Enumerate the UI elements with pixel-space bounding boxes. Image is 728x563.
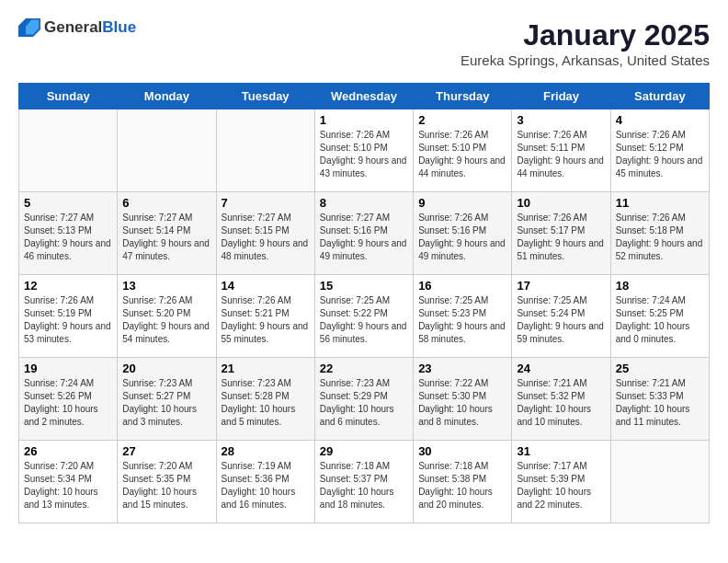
day-number: 21 (222, 362, 310, 375)
day-info: Sunrise: 7:25 AM Sunset: 5:23 PM Dayligh… (418, 294, 506, 346)
day-info: Sunrise: 7:26 AM Sunset: 5:11 PM Dayligh… (517, 129, 605, 180)
day-info: Sunrise: 7:17 AM Sunset: 5:39 PM Dayligh… (517, 460, 605, 511)
day-info: Sunrise: 7:24 AM Sunset: 5:26 PM Dayligh… (24, 377, 112, 429)
day-number: 25 (616, 362, 704, 375)
calendar-cell: 22Sunrise: 7:23 AM Sunset: 5:29 PM Dayli… (314, 358, 413, 441)
day-number: 11 (616, 196, 704, 210)
day-info: Sunrise: 7:27 AM Sunset: 5:13 PM Dayligh… (24, 212, 112, 263)
header-tuesday: Tuesday (216, 84, 314, 109)
calendar-cell: 30Sunrise: 7:18 AM Sunset: 5:38 PM Dayli… (414, 441, 512, 523)
month-title: January 2025 (461, 18, 710, 52)
day-number: 3 (517, 113, 605, 127)
day-number: 5 (24, 196, 112, 210)
day-number: 9 (418, 196, 506, 210)
calendar-cell: 29Sunrise: 7:18 AM Sunset: 5:37 PM Dayli… (314, 441, 413, 523)
calendar-cell: 13Sunrise: 7:26 AM Sunset: 5:20 PM Dayli… (118, 275, 216, 358)
day-number: 31 (517, 444, 605, 458)
day-info: Sunrise: 7:20 AM Sunset: 5:34 PM Dayligh… (24, 460, 112, 511)
day-info: Sunrise: 7:18 AM Sunset: 5:37 PM Dayligh… (320, 460, 408, 511)
calendar-cell: 21Sunrise: 7:23 AM Sunset: 5:28 PM Dayli… (216, 358, 314, 441)
day-info: Sunrise: 7:24 AM Sunset: 5:25 PM Dayligh… (616, 294, 704, 346)
day-info: Sunrise: 7:27 AM Sunset: 5:15 PM Dayligh… (222, 212, 310, 263)
calendar-cell (610, 441, 709, 523)
day-info: Sunrise: 7:26 AM Sunset: 5:19 PM Dayligh… (24, 294, 112, 346)
calendar-cell: 9Sunrise: 7:26 AM Sunset: 5:16 PM Daylig… (414, 192, 512, 275)
day-info: Sunrise: 7:26 AM Sunset: 5:10 PM Dayligh… (320, 129, 408, 180)
calendar-cell: 18Sunrise: 7:24 AM Sunset: 5:25 PM Dayli… (610, 275, 709, 358)
calendar-cell: 20Sunrise: 7:23 AM Sunset: 5:27 PM Dayli… (118, 358, 216, 441)
day-info: Sunrise: 7:26 AM Sunset: 5:12 PM Dayligh… (616, 129, 704, 180)
day-number: 30 (418, 444, 506, 458)
calendar-cell: 28Sunrise: 7:19 AM Sunset: 5:36 PM Dayli… (216, 441, 314, 523)
day-info: Sunrise: 7:21 AM Sunset: 5:33 PM Dayligh… (616, 377, 704, 429)
calendar-cell: 25Sunrise: 7:21 AM Sunset: 5:33 PM Dayli… (610, 358, 709, 441)
day-info: Sunrise: 7:26 AM Sunset: 5:20 PM Dayligh… (122, 294, 210, 346)
header-friday: Friday (512, 84, 610, 109)
day-number: 18 (616, 279, 704, 293)
calendar-cell: 10Sunrise: 7:26 AM Sunset: 5:17 PM Dayli… (512, 192, 610, 275)
day-info: Sunrise: 7:27 AM Sunset: 5:14 PM Dayligh… (122, 212, 210, 263)
day-info: Sunrise: 7:22 AM Sunset: 5:30 PM Dayligh… (418, 377, 506, 429)
header-wednesday: Wednesday (314, 84, 413, 109)
day-info: Sunrise: 7:23 AM Sunset: 5:27 PM Dayligh… (122, 377, 210, 429)
calendar-cell: 23Sunrise: 7:22 AM Sunset: 5:30 PM Dayli… (414, 358, 512, 441)
day-number: 29 (320, 444, 408, 458)
calendar-cell: 14Sunrise: 7:26 AM Sunset: 5:21 PM Dayli… (216, 275, 314, 358)
day-info: Sunrise: 7:26 AM Sunset: 5:16 PM Dayligh… (418, 212, 506, 263)
day-number: 22 (320, 362, 408, 375)
calendar-cell: 15Sunrise: 7:25 AM Sunset: 5:22 PM Dayli… (314, 275, 413, 358)
day-number: 12 (24, 279, 112, 293)
day-number: 24 (517, 362, 605, 375)
calendar-cell: 1Sunrise: 7:26 AM Sunset: 5:10 PM Daylig… (314, 109, 413, 192)
page-header: GeneralBlue January 2025 Eureka Springs,… (18, 18, 710, 68)
logo-general: General (44, 18, 102, 36)
day-number: 4 (616, 113, 704, 127)
day-number: 26 (24, 444, 112, 458)
day-number: 16 (418, 279, 506, 293)
header-thursday: Thursday (414, 84, 512, 109)
day-info: Sunrise: 7:26 AM Sunset: 5:10 PM Dayligh… (418, 129, 506, 180)
logo-blue: Blue (102, 18, 136, 36)
day-info: Sunrise: 7:25 AM Sunset: 5:24 PM Dayligh… (517, 294, 605, 346)
calendar-cell: 3Sunrise: 7:26 AM Sunset: 5:11 PM Daylig… (512, 109, 610, 192)
day-info: Sunrise: 7:20 AM Sunset: 5:35 PM Dayligh… (122, 460, 210, 511)
title-area: January 2025 Eureka Springs, Arkansas, U… (461, 18, 710, 68)
day-number: 6 (122, 196, 210, 210)
day-info: Sunrise: 7:18 AM Sunset: 5:38 PM Dayligh… (418, 460, 506, 511)
day-number: 1 (320, 113, 408, 127)
calendar-cell (19, 109, 118, 192)
header-saturday: Saturday (610, 84, 709, 109)
calendar-table: Sunday Monday Tuesday Wednesday Thursday… (18, 83, 710, 523)
calendar-cell (118, 109, 216, 192)
calendar-cell: 4Sunrise: 7:26 AM Sunset: 5:12 PM Daylig… (610, 109, 709, 192)
day-number: 20 (122, 362, 210, 375)
calendar-cell: 27Sunrise: 7:20 AM Sunset: 5:35 PM Dayli… (118, 441, 216, 523)
day-number: 2 (418, 113, 506, 127)
calendar-cell: 24Sunrise: 7:21 AM Sunset: 5:32 PM Dayli… (512, 358, 610, 441)
calendar-cell: 2Sunrise: 7:26 AM Sunset: 5:10 PM Daylig… (414, 109, 512, 192)
day-number: 10 (517, 196, 605, 210)
day-info: Sunrise: 7:23 AM Sunset: 5:28 PM Dayligh… (222, 377, 310, 429)
day-number: 7 (222, 196, 310, 210)
day-info: Sunrise: 7:21 AM Sunset: 5:32 PM Dayligh… (517, 377, 605, 429)
day-number: 19 (24, 362, 112, 375)
calendar-cell: 17Sunrise: 7:25 AM Sunset: 5:24 PM Dayli… (512, 275, 610, 358)
day-number: 17 (517, 279, 605, 293)
calendar-cell: 8Sunrise: 7:27 AM Sunset: 5:16 PM Daylig… (314, 192, 413, 275)
day-number: 13 (122, 279, 210, 293)
calendar-cell: 26Sunrise: 7:20 AM Sunset: 5:34 PM Dayli… (19, 441, 118, 523)
day-number: 15 (320, 279, 408, 293)
calendar-cell: 31Sunrise: 7:17 AM Sunset: 5:39 PM Dayli… (512, 441, 610, 523)
day-number: 8 (320, 196, 408, 210)
calendar-cell: 19Sunrise: 7:24 AM Sunset: 5:26 PM Dayli… (19, 358, 118, 441)
logo: GeneralBlue (18, 18, 136, 37)
day-info: Sunrise: 7:19 AM Sunset: 5:36 PM Dayligh… (222, 460, 310, 511)
location-title: Eureka Springs, Arkansas, United States (461, 52, 710, 68)
day-info: Sunrise: 7:27 AM Sunset: 5:16 PM Dayligh… (320, 212, 408, 263)
calendar-cell: 12Sunrise: 7:26 AM Sunset: 5:19 PM Dayli… (19, 275, 118, 358)
calendar-cell (216, 109, 314, 192)
day-info: Sunrise: 7:26 AM Sunset: 5:21 PM Dayligh… (222, 294, 310, 346)
day-info: Sunrise: 7:23 AM Sunset: 5:29 PM Dayligh… (320, 377, 408, 429)
calendar-cell: 7Sunrise: 7:27 AM Sunset: 5:15 PM Daylig… (216, 192, 314, 275)
day-number: 28 (222, 444, 310, 458)
